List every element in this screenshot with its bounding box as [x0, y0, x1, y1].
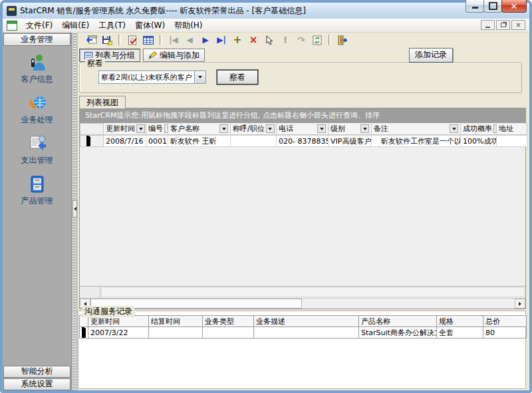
mdi-restore-button[interactable]: [496, 20, 510, 30]
view-filter-value: 察看2周(以上)未联系的客户: [99, 72, 194, 82]
refresh-icon[interactable]: [311, 34, 324, 46]
mdi-minimize-button[interactable]: [481, 20, 495, 30]
cell-update-time[interactable]: 2007/3/22: [88, 327, 149, 338]
cell-customer-name[interactable]: 昕友软件 王昕: [168, 136, 231, 147]
delete-record-icon[interactable]: ×: [247, 34, 260, 46]
column-header-id[interactable]: 编号: [146, 124, 168, 135]
maximize-button[interactable]: [483, 0, 502, 13]
last-record-icon[interactable]: ▶|: [215, 34, 228, 46]
column-header-title[interactable]: 称呼/职位: [231, 124, 277, 135]
cell-title[interactable]: [231, 136, 277, 147]
table-view-icon[interactable]: [142, 34, 155, 46]
arrow-right-icon: [519, 302, 521, 306]
check-document-icon[interactable]: [126, 34, 139, 46]
row-selector[interactable]: [80, 327, 88, 338]
prev-record-icon[interactable]: ◀: [183, 34, 196, 46]
cancel-edit-icon[interactable]: ↷: [295, 34, 308, 46]
column-header-customer-name[interactable]: 客户名称: [168, 124, 231, 135]
comm-data-row[interactable]: 2007/3/22 StarSuit商务办公解决方 全套 80: [80, 327, 527, 338]
cell-success-rate[interactable]: 100%成功, 已下: [461, 136, 497, 147]
customer-info-icon: [27, 53, 47, 72]
sidebar-item-expense-management[interactable]: 支出管理: [21, 134, 53, 166]
filter-button[interactable]: [450, 124, 458, 133]
filter-button[interactable]: [317, 124, 326, 133]
scrollbar-track[interactable]: [302, 299, 515, 309]
filter-button[interactable]: [136, 124, 145, 133]
scroll-right-button[interactable]: [515, 299, 525, 309]
column-header-product-name[interactable]: 产品名称: [359, 316, 437, 327]
next-record-icon[interactable]: ▶: [199, 34, 212, 46]
mdi-minimize-icon: [485, 27, 490, 28]
menu-window[interactable]: 窗体(W): [130, 19, 170, 33]
cell-phone[interactable]: 020- 83788353: [277, 136, 329, 147]
header-selector: [80, 124, 104, 135]
column-header-business-type[interactable]: 业务类型: [203, 316, 254, 327]
close-icon: ✕: [511, 1, 518, 11]
expense-management-icon: [27, 134, 47, 154]
column-header-update-time[interactable]: 更新时间: [104, 124, 146, 135]
column-header-phone[interactable]: 电话: [277, 124, 329, 135]
column-header-success-rate[interactable]: 成功概率: [461, 124, 497, 135]
cell-address[interactable]: [497, 136, 527, 147]
horizontal-scrollbar[interactable]: [80, 298, 525, 309]
business-process-icon: [27, 93, 47, 113]
filter-button[interactable]: [266, 124, 275, 133]
add-record-button[interactable]: 添加记录: [409, 48, 453, 63]
sidebar-item-smart-analysis[interactable]: 智能分析: [3, 366, 70, 378]
column-header-spec[interactable]: 规格: [437, 316, 483, 327]
menu-tools[interactable]: 工具(T): [94, 19, 130, 33]
column-header-total-price[interactable]: 总价: [483, 316, 527, 327]
cell-id[interactable]: 0001: [146, 136, 168, 147]
post-edit-icon[interactable]: !: [279, 34, 292, 46]
menu-edit[interactable]: 编辑(E): [57, 19, 94, 33]
dropdown-button[interactable]: [194, 71, 205, 83]
close-button[interactable]: ✕: [501, 0, 527, 13]
exit-icon[interactable]: [336, 34, 349, 46]
row-selector[interactable]: [80, 136, 104, 147]
cell-settle-time[interactable]: [149, 327, 203, 338]
column-header-settle-time[interactable]: 结算时间: [149, 316, 203, 327]
grid-footer: [80, 286, 525, 298]
open-form-icon[interactable]: [84, 34, 98, 46]
view-filter-dropdown[interactable]: 察看2周(以上)未联系的客户: [98, 70, 206, 84]
sidebar-item-customer-info[interactable]: 客户信息: [21, 53, 53, 85]
cell-level[interactable]: VIP高级客户: [329, 136, 372, 147]
sidebar-item-label: 支出管理: [21, 155, 53, 166]
cell-spec[interactable]: 全套: [437, 327, 483, 338]
grid-header: 更新时间 编号 客户名称 称呼/职位 电话 级别 备注 成功概率 地址: [80, 123, 527, 135]
minimize-button[interactable]: [466, 0, 484, 13]
sidebar-splitter[interactable]: [72, 33, 78, 390]
grid-row[interactable]: 2008/7/16 0001 昕友软件 王昕 020- 83788353 VIP…: [80, 135, 527, 147]
add-record-icon[interactable]: +: [231, 34, 244, 46]
column-header-business-desc[interactable]: 业务描述: [254, 316, 359, 327]
column-header-remark[interactable]: 备注: [372, 124, 461, 135]
cell-remark[interactable]: 昕友软件工作室是一个以: [372, 136, 461, 147]
sidebar-item-system-settings[interactable]: 系统设置: [3, 378, 70, 390]
sidebar-header-business[interactable]: 业务管理: [3, 33, 70, 46]
filter-button[interactable]: [219, 124, 228, 133]
toolbar-separator: [160, 35, 162, 45]
collapse-sidebar-button[interactable]: [72, 200, 77, 217]
cell-business-type[interactable]: [203, 327, 254, 338]
save-record-icon[interactable]: [100, 34, 114, 46]
first-record-icon[interactable]: |◀: [167, 34, 180, 46]
mdi-close-button[interactable]: ×: [511, 20, 525, 30]
column-header-update-time[interactable]: 更新时间: [88, 316, 149, 327]
footer-selector-cell: [80, 287, 100, 298]
menu-help[interactable]: 帮助(H): [170, 19, 207, 33]
cell-update-time[interactable]: 2008/7/16: [104, 136, 146, 147]
cell-business-desc[interactable]: [254, 327, 359, 338]
tab-edit-and-add[interactable]: 编辑与添加: [143, 49, 205, 62]
cell-total-price[interactable]: 80: [483, 327, 527, 338]
column-header-address[interactable]: 地址: [497, 124, 527, 135]
menu-file[interactable]: 文件(F): [21, 19, 57, 33]
tab-list-view[interactable]: 列表视图: [79, 96, 126, 108]
pointer-icon[interactable]: [263, 34, 276, 46]
view-button[interactable]: 察看: [217, 70, 258, 84]
cell-product-name[interactable]: StarSuit商务办公解决方: [359, 327, 437, 338]
sidebar-item-business-process[interactable]: 业务处理: [21, 93, 53, 126]
column-header-level[interactable]: 级别: [329, 124, 372, 135]
filter-button[interactable]: [360, 124, 369, 133]
product-management-icon: [27, 174, 47, 194]
sidebar-item-product-management[interactable]: 产品管理: [21, 174, 53, 207]
